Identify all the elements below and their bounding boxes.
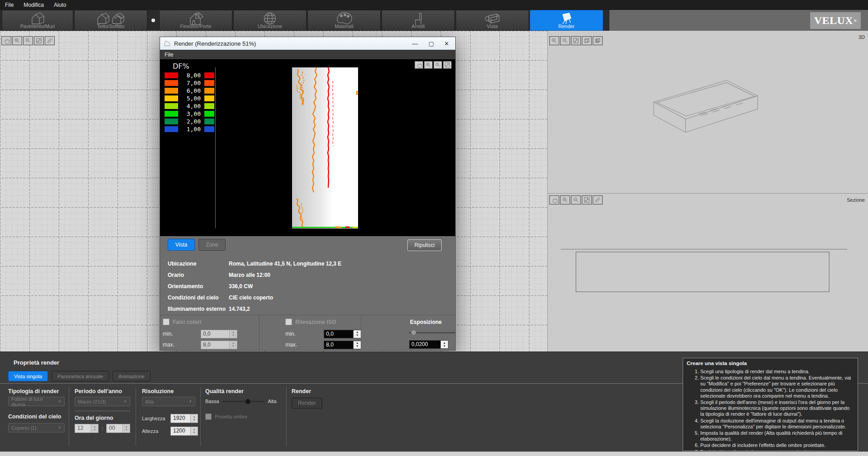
help-steps: Scegli una tipologia di render dal menu … — [683, 369, 858, 451]
height-field[interactable]: 1200▲▼ — [170, 427, 198, 436]
minute-field[interactable]: 00▲▼ — [106, 424, 130, 433]
zoom-fit-icon[interactable] — [571, 36, 581, 45]
zoom-fit-icon[interactable] — [34, 36, 44, 45]
exposure-value-field[interactable]: 0,0200▲▼ — [409, 340, 448, 349]
legend-row: 1,00 — [165, 126, 214, 132]
pan-hand-icon[interactable] — [549, 195, 559, 204]
zoom-in-icon[interactable] — [424, 61, 433, 69]
zoom-out-icon[interactable] — [571, 195, 581, 204]
maximize-icon[interactable]: ▢ — [424, 37, 439, 50]
plan-toolbar — [1, 36, 55, 45]
wireframe-cube-icon[interactable] — [582, 36, 592, 45]
toolbar-separator-dot — [148, 10, 158, 31]
spinner-arrows[interactable]: ▲▼ — [229, 341, 237, 349]
pan-hand-icon[interactable] — [1, 36, 11, 45]
exposure-slider[interactable] — [409, 330, 455, 335]
spinner-arrows[interactable]: ▲▼ — [353, 341, 361, 349]
toolbar-item-finestre-porte[interactable]: Finestre/Porte — [159, 10, 232, 31]
zoom-in-icon[interactable] — [560, 195, 570, 204]
dialog-title: Render (Renderizzazione 51%) — [174, 40, 256, 47]
zoom-fit-icon[interactable] — [443, 61, 452, 69]
legend-row: 8,00 — [165, 72, 214, 78]
zoom-out-icon[interactable] — [560, 36, 570, 45]
zoom-in-icon[interactable] — [12, 36, 22, 45]
quality-slider[interactable] — [223, 401, 264, 402]
menu-aiuto[interactable]: Aiuto — [49, 0, 71, 10]
toolbar-item-ubicazione[interactable]: Ubicazione — [233, 10, 307, 31]
measure-ruler-icon[interactable] — [45, 36, 55, 45]
render-button[interactable]: Render — [292, 398, 322, 408]
zoom-fit-icon[interactable] — [582, 195, 592, 204]
dialog-tab-row: Vista Zone Ripulisci — [160, 236, 455, 253]
info-row: Orientamento336,0 CW — [168, 280, 455, 292]
section-panel[interactable]: Sezione — [548, 194, 868, 352]
render-type-dropdown[interactable]: Fattore di luce diurna▼ — [8, 397, 65, 406]
hour-field[interactable]: 12▲▼ — [75, 424, 99, 433]
toolbar-item-tetto-soffitto[interactable]: Tetto/Soffitto — [74, 10, 147, 31]
window-door-house-icon — [160, 12, 232, 26]
view-3d-panel[interactable]: 3D — [548, 31, 868, 194]
velux-logo: VELUX® — [810, 12, 861, 29]
tab-panoramica-annuale[interactable]: Panoramica annuale — [52, 371, 109, 381]
legend-swatch — [165, 126, 178, 132]
view3d-toolbar — [549, 36, 603, 45]
legend-row: 2,00 — [165, 118, 214, 124]
spinner-arrows[interactable]: ▲▼ — [190, 427, 198, 435]
legend-swatch — [204, 80, 214, 86]
toolbar-item-materiali[interactable]: Materiali — [307, 10, 381, 31]
legend-row: 7,00 — [165, 80, 214, 86]
iso-max-field[interactable]: 8,0▲▼ — [324, 341, 361, 349]
slider-handle[interactable] — [411, 330, 416, 335]
cast-shadows-checkbox[interactable] — [205, 413, 212, 420]
width-field[interactable]: 1920▲▼ — [170, 414, 198, 423]
spinner-arrows[interactable]: ▲▼ — [190, 414, 198, 423]
legend-swatch — [204, 119, 214, 124]
minimize-icon[interactable]: — — [407, 37, 423, 50]
legend-row: 6,00 — [165, 87, 214, 94]
exposure-group: Esposizione 0,0200▲▼ — [361, 315, 455, 350]
legend-swatch — [204, 88, 214, 94]
spinner-arrows[interactable]: ▲▼ — [229, 330, 237, 338]
toolbar-item-arredi[interactable]: Arredi — [382, 10, 455, 31]
zoom-in-icon[interactable] — [549, 36, 559, 45]
tab-animazione[interactable]: Animazione — [113, 371, 150, 381]
false-colors-checkbox[interactable] — [163, 318, 170, 325]
ripulisci-button[interactable]: Ripulisci — [407, 239, 442, 251]
vista-tab-button[interactable]: Vista — [168, 239, 195, 251]
legend-value: 5,00 — [180, 95, 201, 102]
measure-ruler-icon[interactable] — [593, 195, 603, 204]
width-label: Larghezza — [142, 416, 165, 421]
iso-min-field[interactable]: 0,0▲▼ — [324, 330, 361, 338]
zone-tab-button[interactable]: Zone — [198, 239, 226, 251]
iso-checkbox[interactable] — [285, 318, 292, 325]
toolbar-item-render[interactable]: Render — [530, 10, 603, 31]
dialog-menu-file[interactable]: File — [160, 52, 178, 58]
house-icon — [2, 12, 73, 25]
menu-modifica[interactable]: Modifica — [19, 0, 49, 10]
spinner-arrows[interactable]: ▲▼ — [353, 330, 361, 338]
legend-swatch — [204, 111, 214, 117]
false-colors-max-field[interactable]: 8,0▲▼ — [201, 341, 237, 349]
menu-file[interactable]: File — [0, 0, 19, 10]
toolbar-item-pavimento-muri[interactable]: Pavimento/Muri — [2, 10, 73, 31]
zoom-out-icon[interactable] — [23, 36, 33, 45]
render-canvas[interactable]: DF% 8,00 7,00 6,00 5,00 4,00 3,00 2,00 1… — [160, 59, 455, 236]
spinner-arrows[interactable]: ▲▼ — [91, 424, 98, 432]
false-colors-min-field[interactable]: 0,0▲▼ — [201, 330, 237, 338]
zoom-out-icon[interactable] — [434, 61, 442, 69]
resolution-dropdown[interactable]: Alta▼ — [142, 397, 195, 406]
solid-cube-icon[interactable] — [593, 36, 603, 45]
sky-conditions-dropdown[interactable]: Coperto (1)▼ — [8, 423, 65, 432]
spinner-arrows[interactable]: ▲▼ — [440, 341, 448, 348]
cast-shadows-label: Proietta ombre — [215, 414, 247, 419]
toolbar-item-vista[interactable]: Vista — [456, 10, 529, 31]
pan-hand-icon[interactable] — [415, 61, 423, 69]
dialog-titlebar[interactable]: Render (Renderizzazione 51%) — ▢ ✕ — [160, 37, 455, 50]
legend-value: 1,00 — [180, 126, 201, 133]
close-icon[interactable]: ✕ — [439, 37, 454, 50]
tab-vista-singola[interactable]: Vista singola — [8, 371, 48, 381]
slider-handle[interactable] — [245, 399, 250, 404]
spinner-arrows[interactable]: ▲▼ — [123, 424, 130, 432]
help-panel: Creare una vista singola Scegli una tipo… — [683, 358, 858, 451]
period-dropdown[interactable]: Marzo (21/3)▼ — [75, 397, 130, 406]
